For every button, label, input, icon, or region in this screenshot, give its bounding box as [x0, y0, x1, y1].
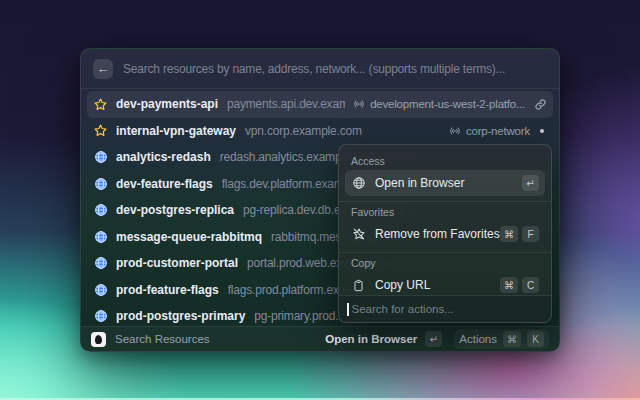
- menu-item-shortcut: ⌘F: [500, 226, 539, 242]
- resource-name: prod-postgres-primary: [116, 309, 245, 323]
- web-resource-icon: [93, 256, 108, 271]
- shortcut-key-badge: C: [522, 277, 539, 293]
- resource-name: message-queue-rabbitmq: [116, 230, 262, 244]
- app-label: Search Resources: [115, 333, 210, 345]
- actions-search-input[interactable]: [352, 303, 544, 315]
- resource-row[interactable]: dev-payments-api payments.api.dev.exampl…: [87, 91, 553, 118]
- open-in-browser-action[interactable]: Open in Browser: [325, 333, 417, 345]
- resource-name: dev-payments-api: [116, 97, 218, 111]
- web-resource-icon: [93, 282, 108, 297]
- shortcut-key-badge: ⌘: [500, 277, 518, 293]
- resource-address: vpn.corp.example.com: [245, 124, 441, 138]
- actions-label: Actions: [459, 333, 497, 345]
- resource-row[interactable]: internal-vpn-gateway vpn.corp.example.co…: [87, 118, 553, 145]
- actions-search-bar: [339, 295, 551, 322]
- copy-icon: [351, 278, 366, 293]
- favorite-star-icon: [93, 123, 108, 138]
- text-cursor: [347, 303, 349, 316]
- network-name: corp-network: [466, 125, 530, 137]
- command-key-badge: ⌘: [503, 331, 521, 347]
- remove-favorite-icon: [351, 227, 366, 242]
- broadcast-icon: [449, 125, 461, 137]
- web-resource-icon: [93, 150, 108, 165]
- open-in-browser-icon: [351, 176, 366, 191]
- network-tag: corp-network: [449, 125, 530, 137]
- network-tag: development-us-west-2-platfo...: [353, 98, 525, 110]
- web-resource-icon: [93, 176, 108, 191]
- resource-name: prod-feature-flags: [116, 283, 219, 297]
- shortcut-key-badge: F: [522, 226, 539, 242]
- menu-section-title: Favorites: [339, 202, 551, 220]
- web-resource-icon: [93, 229, 108, 244]
- app-logo-icon: [91, 332, 106, 347]
- broadcast-icon: [353, 98, 365, 110]
- actions-button[interactable]: Actions ⌘ K: [454, 329, 549, 349]
- resource-name: dev-postgres-replica: [116, 203, 234, 217]
- menu-item[interactable]: Copy URL ⌘C: [345, 272, 545, 295]
- menu-item-label: Remove from Favorites: [375, 227, 500, 241]
- status-bar: Search Resources Open in Browser ↵ Actio…: [81, 326, 559, 351]
- menu-section: Access Open in Browser ↵: [339, 151, 551, 201]
- actions-menu: Access Open in Browser ↵ Favorites Remov…: [338, 144, 552, 323]
- menu-item[interactable]: Open in Browser ↵: [345, 170, 545, 196]
- link-icon[interactable]: [534, 98, 547, 111]
- menu-section: Favorites Remove from Favorites ⌘F: [339, 201, 551, 252]
- search-bar: ←: [81, 49, 559, 89]
- menu-item-label: Open in Browser: [375, 176, 464, 190]
- actions-menu-content: Access Open in Browser ↵ Favorites Remov…: [339, 145, 551, 295]
- favorite-star-icon: [93, 97, 108, 112]
- resource-name: prod-customer-portal: [116, 256, 238, 270]
- status-dot: [540, 129, 544, 133]
- menu-item[interactable]: Remove from Favorites ⌘F: [345, 221, 545, 247]
- search-input[interactable]: [123, 62, 547, 76]
- shortcut-key-badge: ⌘: [500, 226, 518, 242]
- web-resource-icon: [93, 309, 108, 324]
- return-key-badge: ↵: [425, 331, 442, 347]
- back-button[interactable]: ←: [93, 59, 113, 79]
- menu-section-title: Copy: [339, 253, 551, 271]
- menu-item-shortcut: ↵: [522, 175, 539, 191]
- arrow-left-icon: ←: [97, 61, 110, 76]
- menu-section-title: Access: [339, 151, 551, 169]
- resource-name: analytics-redash: [116, 150, 211, 164]
- web-resource-icon: [93, 203, 108, 218]
- resource-name: internal-vpn-gateway: [116, 124, 236, 138]
- k-key-badge: K: [527, 331, 544, 347]
- resource-name: dev-feature-flags: [116, 177, 213, 191]
- menu-item-shortcut: ⌘C: [500, 277, 539, 293]
- menu-section: Copy Copy URL ⌘C: [339, 252, 551, 295]
- network-name: development-us-west-2-platfo...: [370, 98, 525, 110]
- resource-address: payments.api.dev.example.com → dev-paym.…: [227, 97, 345, 111]
- menu-item-label: Copy URL: [375, 278, 430, 292]
- shortcut-key-badge: ↵: [522, 175, 539, 191]
